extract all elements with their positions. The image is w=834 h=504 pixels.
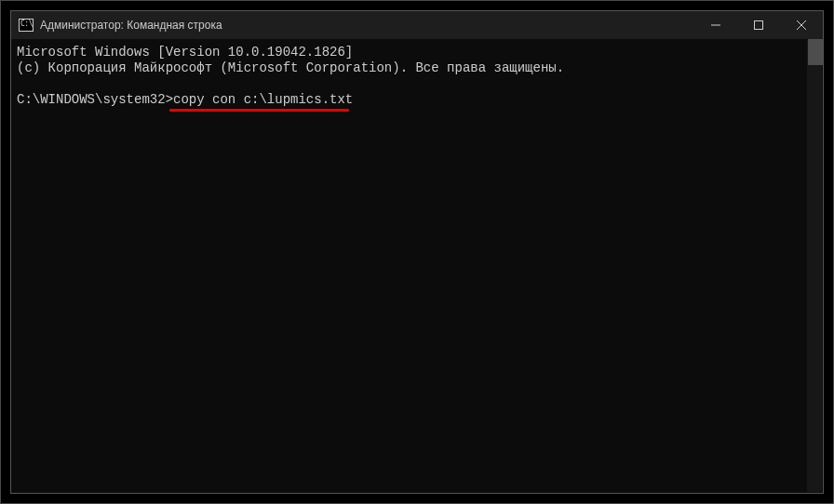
version-line: Microsoft Windows [Version 10.0.19042.18…	[17, 45, 353, 60]
screenshot-frame: C:\ Администратор: Командная строка Micr…	[0, 0, 834, 504]
copyright-line: (c) Корпорация Майкрософт (Microsoft Cor…	[17, 60, 564, 75]
svg-rect-0	[755, 21, 763, 30]
maximize-button[interactable]	[737, 11, 780, 39]
minimize-icon	[711, 20, 720, 30]
cmd-window: C:\ Администратор: Командная строка Micr…	[10, 10, 824, 494]
command-text: copy con c:\lupmics.txt	[173, 92, 353, 107]
scrollbar-track[interactable]	[807, 40, 822, 492]
console-area[interactable]: Microsoft Windows [Version 10.0.19042.18…	[11, 39, 823, 493]
window-title: Администратор: Командная строка	[40, 19, 694, 32]
prompt-line: C:\WINDOWS\system32>copy con c:\lupmics.…	[17, 92, 353, 107]
close-button[interactable]	[780, 11, 823, 39]
prompt-text: C:\WINDOWS\system32>	[17, 92, 173, 107]
app-icon: C:\	[19, 19, 34, 32]
scrollbar-thumb[interactable]	[808, 39, 823, 65]
maximize-icon	[754, 20, 763, 30]
red-underline-annotation	[169, 109, 349, 112]
minimize-button[interactable]	[694, 11, 737, 39]
title-bar[interactable]: C:\ Администратор: Командная строка	[11, 11, 823, 39]
close-icon	[797, 20, 806, 30]
window-controls	[694, 11, 823, 39]
console-text: Microsoft Windows [Version 10.0.19042.18…	[17, 45, 806, 108]
